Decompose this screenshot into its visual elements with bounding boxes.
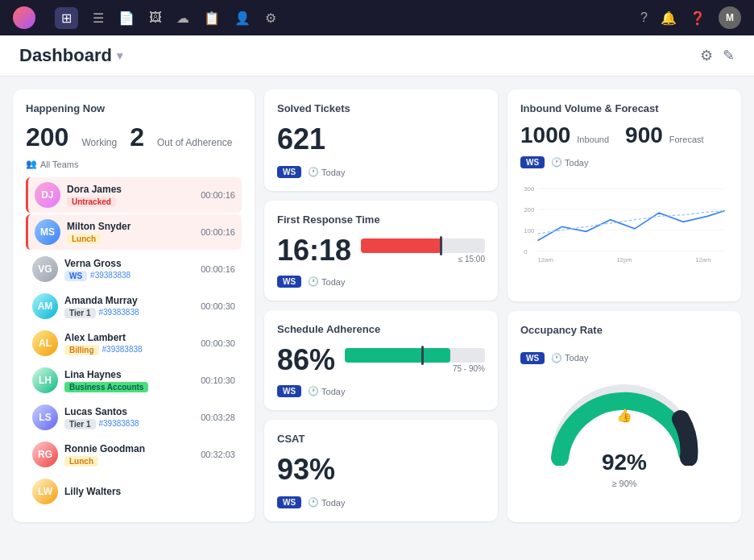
header-edit-icon[interactable]: ✎ <box>723 47 735 64</box>
nav-cloud-icon[interactable]: ☁ <box>176 10 189 26</box>
main-grid: Happening Now 200 Working 2 Out of Adher… <box>0 77 754 535</box>
occupancy-ws-badge: WS <box>520 352 545 364</box>
nav-menu-icon[interactable]: ☰ <box>93 10 104 26</box>
gauge-emoji: 👍 <box>616 408 632 423</box>
agent-avatar: RG <box>32 442 58 467</box>
first-response-fill <box>361 239 441 253</box>
bell-icon[interactable]: 🔔 <box>661 10 677 26</box>
clock-icon: 🕐 <box>308 167 319 177</box>
inbound-count: 1000 <box>520 122 570 148</box>
agent-badge: Lunch <box>64 456 98 467</box>
schedule-adherence-fill <box>345 348 450 363</box>
header-actions: ⚙ ✎ <box>700 47 735 64</box>
agent-list: DJDora JamesUntracked00:00:16MSMilton Sn… <box>26 177 242 509</box>
agent-row[interactable]: RGRonnie GoodmanLunch00:32:03 <box>26 437 242 472</box>
inbound-time-badge: 🕐 Today <box>551 157 588 168</box>
agent-row[interactable]: LHLina HaynesBusiness Accounts00:10:30 <box>26 363 242 398</box>
frt-time-badge: 🕐 Today <box>308 276 345 287</box>
agent-avatar: LS <box>32 404 58 430</box>
occupancy-time-badge: 🕐 Today <box>551 353 588 363</box>
svg-text:0: 0 <box>524 248 527 255</box>
nav-grid-icon[interactable]: ⊞ <box>55 7 78 29</box>
all-teams-filter[interactable]: 👥 All Teams <box>26 159 242 169</box>
working-label: Working <box>81 137 117 148</box>
happening-now-card: Happening Now 200 Working 2 Out of Adher… <box>13 89 255 522</box>
agent-name: Ronnie Goodman <box>64 443 194 454</box>
gauge-wrapper: 👍 <box>544 377 705 466</box>
agent-name: Amanda Murray <box>64 295 194 306</box>
agent-badge-row: Billing#39383838 <box>64 343 194 355</box>
top-navigation: ⊞ ☰ 📄 🖼 ☁ 📋 👤 ⚙ ? 🔔 ❓ M <box>0 0 754 35</box>
nav-user-icon[interactable]: 👤 <box>234 10 251 26</box>
occupancy-rate-title: Occupancy Rate <box>520 324 728 336</box>
first-response-value: 16:18 <box>277 234 351 268</box>
teams-icon: 👥 <box>26 159 37 169</box>
help-icon[interactable]: ? <box>640 10 648 25</box>
svg-text:12am: 12am <box>538 256 553 263</box>
nav-clipboard-icon[interactable]: 📋 <box>204 10 220 26</box>
nav-settings-icon[interactable]: ⚙ <box>265 10 276 26</box>
agent-time: 00:00:16 <box>201 264 235 274</box>
schedule-adherence-value: 86% <box>277 343 335 377</box>
agent-time: 00:00:30 <box>201 301 235 311</box>
agent-ticket: #39383838 <box>99 419 139 428</box>
agent-row[interactable]: DJDora JamesUntracked00:00:16 <box>26 177 242 213</box>
solved-tickets-footer: WS 🕐 Today <box>277 166 485 178</box>
user-avatar[interactable]: M <box>719 6 741 29</box>
agent-row[interactable]: ALAlex LambertBilling#3938383800:00:30 <box>26 326 242 361</box>
agent-avatar: AL <box>32 330 58 356</box>
occupancy-threshold: ≥ 90% <box>611 479 636 488</box>
inbound-stats-row: 1000 Inbound 900 Forecast <box>520 122 728 148</box>
solved-tickets-card: Solved Tickets 621 WS 🕐 Today <box>264 89 498 191</box>
first-response-bar-area: ≤ 15:00 <box>361 239 485 263</box>
agent-badge: WS <box>64 271 87 281</box>
agent-badge-row: Tier 1#39383838 <box>64 306 194 318</box>
app-logo[interactable] <box>13 6 35 29</box>
agent-time: 00:00:30 <box>201 338 235 348</box>
agent-avatar: LW <box>32 479 58 504</box>
agent-info: Ronnie GoodmanLunch <box>64 443 194 467</box>
sa-ws-badge: WS <box>277 385 301 397</box>
agent-badge: Untracked <box>67 197 116 207</box>
agent-info: Lucas SantosTier 1#39383838 <box>64 406 194 429</box>
first-response-card: First Response Time 16:18 ≤ 15:00 WS 🕐 T… <box>264 201 498 301</box>
agent-info: Dora JamesUntracked <box>67 184 194 207</box>
agent-row[interactable]: MSMilton SnyderLunch00:00:16 <box>26 214 242 250</box>
first-response-footer: WS 🕐 Today <box>277 276 485 288</box>
agent-row[interactable]: LWLilly Walters <box>26 474 242 509</box>
sa-time-badge: 🕐 Today <box>308 386 345 396</box>
agent-row[interactable]: AMAmanda MurrayTier 1#3938383800:00:30 <box>26 288 242 324</box>
page-header: Dashboard ▾ ⚙ ✎ <box>0 35 754 77</box>
agent-row[interactable]: VGVerna GrossWS#3938383800:00:16 <box>26 251 242 287</box>
agent-ticket: #39383838 <box>90 271 130 280</box>
question-icon[interactable]: ❓ <box>690 10 706 26</box>
agent-name: Lina Haynes <box>64 369 194 380</box>
agent-badge: Business Accounts <box>64 382 148 392</box>
agent-info: Milton SnyderLunch <box>67 221 194 244</box>
topnav-right: ? 🔔 ❓ M <box>640 6 741 29</box>
nav-image-icon[interactable]: 🖼 <box>149 10 162 25</box>
title-chevron-icon[interactable]: ▾ <box>117 49 122 62</box>
agent-badge-row: Untracked <box>67 195 194 207</box>
agent-name: Verna Gross <box>64 258 194 269</box>
header-gear-icon[interactable]: ⚙ <box>700 47 713 64</box>
agent-badge-row: Business Accounts <box>64 380 194 392</box>
agent-name: Lucas Santos <box>64 406 194 417</box>
csat-card: CSAT 93% WS 🕐 Today <box>264 420 498 521</box>
agent-avatar: VG <box>32 256 58 282</box>
schedule-adherence-card: Schedule Adherence 86% 75 - 90% WS 🕐 Tod… <box>264 310 498 410</box>
agent-time: 00:00:16 <box>201 190 235 200</box>
agent-badge: Lunch <box>67 234 101 244</box>
agent-info: Lina HaynesBusiness Accounts <box>64 369 194 392</box>
csat-value: 93% <box>277 453 485 487</box>
sa-target-marker <box>421 346 424 365</box>
schedule-adherence-footer: WS 🕐 Today <box>277 385 485 397</box>
solved-tickets-value: 621 <box>277 122 485 156</box>
forecast-label: Forecast <box>669 135 704 144</box>
agent-badge: Tier 1 <box>64 419 96 429</box>
nav-file-icon[interactable]: 📄 <box>118 10 135 26</box>
agent-row[interactable]: LSLucas SantosTier 1#3938383800:03:28 <box>26 400 242 435</box>
adherence-label: Out of Adherence <box>157 137 232 148</box>
inbound-footer: WS 🕐 Today <box>520 156 728 168</box>
inbound-label: Inbound <box>577 135 609 144</box>
